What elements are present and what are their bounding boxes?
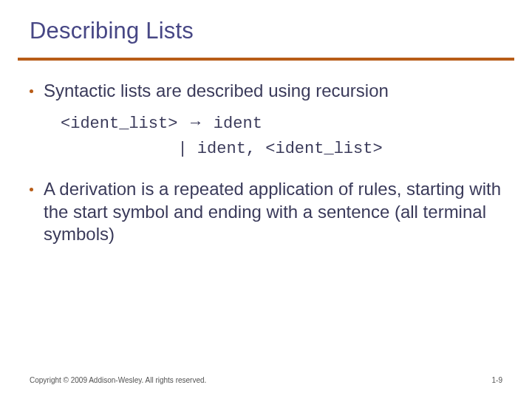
bullet-dot-icon	[30, 89, 33, 93]
bullet-item: Syntactic lists are described using recu…	[30, 80, 502, 103]
copyright-text: Copyright © 2009 Addison-Wesley. All rig…	[30, 376, 206, 384]
code-lhs: <ident_list>	[61, 115, 177, 133]
slide-title: Describing Lists	[30, 18, 194, 44]
bullet-item: A derivation is a repeated application o…	[30, 178, 502, 246]
code-rhs: ident	[214, 115, 262, 133]
code-line2: | ident, <ident_list>	[61, 140, 383, 158]
bullet-text: A derivation is a repeated application o…	[44, 178, 502, 246]
title-underline	[18, 58, 514, 61]
code-block: <ident_list> → ident | ident, <ident_lis…	[61, 110, 502, 162]
footer: Copyright © 2009 Addison-Wesley. All rig…	[30, 376, 502, 384]
page-number: 1-9	[492, 376, 502, 384]
arrow-icon: →	[188, 113, 204, 132]
content-area: Syntactic lists are described using recu…	[30, 80, 502, 253]
bullet-text: Syntactic lists are described using recu…	[44, 80, 389, 103]
slide: Describing Lists Syntactic lists are des…	[0, 0, 532, 399]
bullet-dot-icon	[30, 188, 33, 191]
